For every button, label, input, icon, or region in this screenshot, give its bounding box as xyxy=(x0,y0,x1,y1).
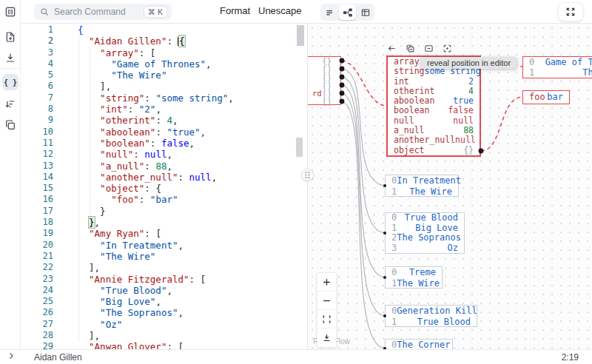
line-number-gutter: 1234567891011121314151617181920212223242… xyxy=(21,24,65,349)
array-node-anwan-glover[interactable]: 0Treme1The Wire xyxy=(385,266,443,289)
node-row: 0In Treatment xyxy=(386,175,458,186)
code-line: "Amy Ryan": [ xyxy=(78,228,234,239)
line-number: 8 xyxy=(21,104,65,115)
sidebar: { } xyxy=(0,0,21,349)
line-number: 3 xyxy=(21,47,65,58)
line-number: 23 xyxy=(21,274,65,285)
line-number: 13 xyxy=(21,161,65,172)
array-node-amy-ryan[interactable]: 0In Treatment1The Wire xyxy=(385,175,459,197)
zoom-out-button[interactable] xyxy=(317,291,336,310)
code-line: { xyxy=(78,24,234,36)
line-number: 22 xyxy=(21,262,65,273)
top-bar: Search Command ⌘ K Format Unescape xyxy=(21,0,592,24)
fit-view-button[interactable] xyxy=(317,310,336,328)
node-row: foobar xyxy=(523,91,569,101)
app-window: { } Search Command ⌘ K Format Unescape xyxy=(0,0,592,364)
node-row: 1The Wire xyxy=(523,67,592,78)
code-line: "The Wire" xyxy=(78,251,234,262)
transform-icon[interactable] xyxy=(3,97,18,112)
code-line: "Annie Fitzgerald": [ xyxy=(78,274,234,285)
json-editor[interactable]: 1234567891011121314151617181920212223242… xyxy=(21,24,307,349)
object-node-foo[interactable]: foobar xyxy=(522,90,570,104)
line-number: 6 xyxy=(21,81,65,92)
copy-node-icon[interactable] xyxy=(405,43,416,54)
node-row: int2 xyxy=(388,77,480,87)
code-line: ], xyxy=(78,262,234,273)
array-node-alice-farmer[interactable]: 0The Corner xyxy=(385,339,453,349)
line-number: 12 xyxy=(21,149,65,160)
line-number: 14 xyxy=(21,172,65,183)
node-row: another_nullnull xyxy=(388,135,480,145)
code-line: "string": "some string", xyxy=(78,92,234,104)
code-line: "Oz" xyxy=(78,319,234,330)
code-line: } xyxy=(78,206,234,217)
graph-controls xyxy=(317,272,337,348)
fullscreen-button[interactable] xyxy=(558,2,583,21)
code-line: "another_null": null, xyxy=(78,172,234,183)
node-row: 1True Blood xyxy=(386,317,477,328)
line-number: 27 xyxy=(21,319,65,330)
zoom-in-button[interactable] xyxy=(317,273,336,291)
node-toolbar xyxy=(386,41,453,55)
code-line: }, xyxy=(78,217,234,228)
node-row: 0The Corner xyxy=(386,340,452,349)
list-view-icon[interactable] xyxy=(321,4,338,20)
view-toggle xyxy=(320,4,374,21)
selected-path-label: Aidan Gillen xyxy=(34,352,82,363)
code-line: "foo": "bar" xyxy=(78,194,234,205)
root-object-node[interactable]: {}[][][]rd[][] xyxy=(308,56,341,105)
line-number: 19 xyxy=(21,228,65,239)
back-icon[interactable] xyxy=(386,43,397,54)
line-number: 10 xyxy=(21,127,65,138)
node-row: 1The Wire xyxy=(386,278,442,289)
sidebar-item-editor[interactable]: { } xyxy=(2,74,18,90)
duplicate-icon[interactable] xyxy=(3,118,18,132)
node-row: 1The Wire xyxy=(386,186,458,198)
save-image-button[interactable] xyxy=(317,328,336,347)
array-node-annie-fitzgerald[interactable]: 0True Blood1Big Love2The Sopranos3Oz xyxy=(385,212,465,254)
app-logo-icon[interactable] xyxy=(3,4,18,19)
code-line: "object": { xyxy=(78,183,234,194)
graph-view-icon[interactable] xyxy=(339,4,356,20)
line-number: 26 xyxy=(21,307,65,318)
code-area[interactable]: { "Aidan Gillen": { "array": [ "Game of … xyxy=(78,24,234,349)
collapse-node-icon[interactable] xyxy=(423,43,434,54)
array-node-alexander-skarsgard[interactable]: 0Generation Kill1True Blood xyxy=(385,305,477,327)
focus-node-icon[interactable] xyxy=(442,43,453,54)
status-time: 2:19 xyxy=(562,352,579,363)
graph-canvas[interactable]: {}[][][]rd[][] array[]stringsome stringi… xyxy=(308,24,592,349)
code-line: "In Treatment", xyxy=(78,240,234,251)
node-row: 0True Blood xyxy=(386,213,464,223)
tooltip: reveal position in editor xyxy=(420,57,517,69)
format-button[interactable]: Format xyxy=(220,5,250,16)
selected-object-node[interactable]: array[]stringsome stringint2otherint4abo… xyxy=(386,55,481,157)
editor-scrollbar[interactable] xyxy=(297,25,304,46)
line-number: 2 xyxy=(21,36,65,47)
line-number: 15 xyxy=(21,183,65,194)
code-line: "Big Love", xyxy=(78,296,234,307)
code-line: "boolean": false, xyxy=(78,138,234,149)
node-row: otherint4 xyxy=(388,87,480,96)
download-icon[interactable] xyxy=(3,50,18,65)
unescape-button[interactable]: Unescape xyxy=(258,5,302,16)
search-input[interactable]: Search Command ⌘ K xyxy=(34,4,172,20)
node-row: 1Big Love xyxy=(386,223,464,234)
code-line: "array": [ xyxy=(78,47,234,58)
code-line: "null": null, xyxy=(78,149,234,160)
new-file-icon[interactable] xyxy=(3,30,18,44)
status-bar: Aidan Gillen 2:19 xyxy=(0,349,592,364)
array-node-game-of-thrones[interactable]: 0Game of Thrones1The Wire xyxy=(522,56,592,78)
code-line: "True Blood", xyxy=(78,285,234,296)
node-row: booleanfalse xyxy=(388,106,480,115)
code-line: "Anwan Glover": [ xyxy=(78,341,234,349)
code-line: "a_null": 88, xyxy=(78,161,234,172)
code-line: "aboolean": "true", xyxy=(78,127,234,138)
table-view-icon[interactable] xyxy=(357,4,374,20)
panel-resize-handle[interactable] xyxy=(301,169,314,181)
line-number: 28 xyxy=(21,330,65,341)
code-line: "The Wire" xyxy=(78,70,234,81)
node-row: 2The Sopranos xyxy=(386,233,464,243)
line-number: 29 xyxy=(21,341,65,349)
collapse-sidebar-icon[interactable] xyxy=(7,351,17,362)
code-line: "Aidan Gillen": { xyxy=(78,36,234,47)
